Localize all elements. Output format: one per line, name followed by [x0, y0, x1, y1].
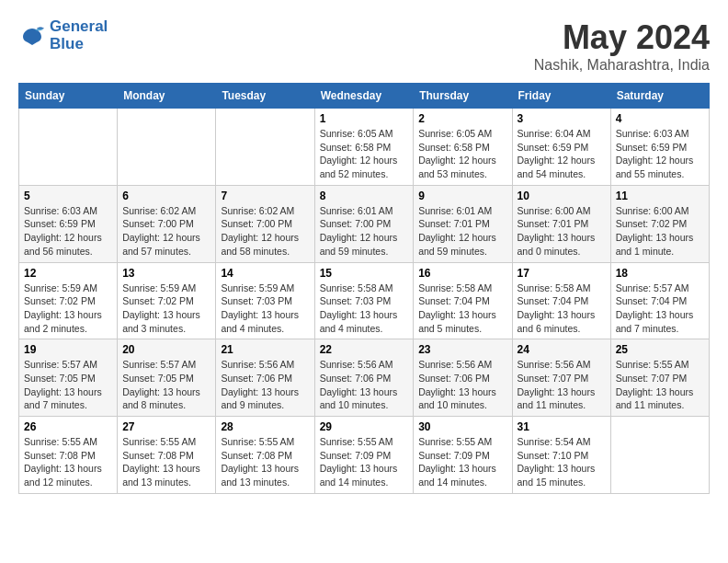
title-block: May 2024 Nashik, Maharashtra, India [534, 18, 710, 74]
day-number: 23 [418, 343, 506, 356]
day-number: 31 [518, 420, 606, 433]
calendar-cell [118, 109, 216, 186]
calendar-cell: 30Sunrise: 5:55 AMSunset: 7:09 PMDayligh… [414, 417, 512, 494]
day-number: 19 [24, 343, 112, 356]
calendar-cell: 7Sunrise: 6:02 AMSunset: 7:00 PMDaylight… [216, 185, 314, 262]
day-info: Sunrise: 6:03 AMSunset: 6:59 PMDaylight:… [24, 204, 112, 259]
day-info: Sunrise: 5:55 AMSunset: 7:08 PMDaylight:… [24, 435, 112, 489]
day-number: 15 [320, 267, 409, 280]
day-info: Sunrise: 6:03 AMSunset: 6:59 PMDaylight:… [616, 127, 704, 181]
calendar-cell: 21Sunrise: 5:56 AMSunset: 7:06 PMDayligh… [216, 339, 314, 417]
day-info: Sunrise: 5:55 AMSunset: 7:09 PMDaylight:… [320, 435, 409, 489]
day-info: Sunrise: 6:00 AMSunset: 7:01 PMDaylight:… [518, 204, 606, 259]
calendar-week-4: 19Sunrise: 5:57 AMSunset: 7:05 PMDayligh… [19, 339, 710, 417]
calendar-cell [610, 417, 709, 494]
day-number: 5 [24, 190, 112, 202]
day-header-monday: Monday [118, 84, 216, 109]
day-info: Sunrise: 5:58 AMSunset: 7:04 PMDaylight:… [518, 282, 606, 336]
month-title: May 2024 [534, 18, 710, 57]
day-number: 12 [24, 267, 112, 280]
day-number: 4 [616, 112, 704, 125]
day-info: Sunrise: 5:54 AMSunset: 7:10 PMDaylight:… [518, 435, 606, 489]
calendar-cell: 22Sunrise: 5:56 AMSunset: 7:06 PMDayligh… [314, 339, 414, 417]
calendar-cell: 19Sunrise: 5:57 AMSunset: 7:05 PMDayligh… [19, 339, 118, 417]
day-number: 2 [418, 112, 506, 125]
day-info: Sunrise: 5:55 AMSunset: 7:08 PMDaylight:… [122, 435, 210, 489]
day-number: 20 [122, 343, 210, 356]
day-number: 14 [221, 267, 309, 280]
calendar-cell: 5Sunrise: 6:03 AMSunset: 6:59 PMDaylight… [19, 185, 118, 262]
calendar-cell: 26Sunrise: 5:55 AMSunset: 7:08 PMDayligh… [19, 417, 118, 494]
day-info: Sunrise: 5:55 AMSunset: 7:08 PMDaylight:… [221, 435, 309, 489]
day-number: 7 [221, 190, 309, 202]
calendar-cell: 2Sunrise: 6:05 AMSunset: 6:58 PMDaylight… [414, 109, 512, 186]
day-header-saturday: Saturday [610, 84, 709, 109]
calendar-cell: 25Sunrise: 5:55 AMSunset: 7:07 PMDayligh… [610, 339, 709, 417]
day-number: 1 [320, 112, 409, 125]
day-info: Sunrise: 6:02 AMSunset: 7:00 PMDaylight:… [122, 204, 210, 259]
day-info: Sunrise: 5:57 AMSunset: 7:05 PMDaylight:… [24, 358, 112, 412]
calendar-cell: 16Sunrise: 5:58 AMSunset: 7:04 PMDayligh… [414, 262, 512, 339]
calendar-cell [19, 109, 118, 186]
day-header-friday: Friday [512, 84, 610, 109]
calendar-cell: 28Sunrise: 5:55 AMSunset: 7:08 PMDayligh… [216, 417, 314, 494]
day-number: 28 [221, 420, 309, 433]
calendar-cell: 12Sunrise: 5:59 AMSunset: 7:02 PMDayligh… [19, 262, 118, 339]
day-header-wednesday: Wednesday [314, 84, 414, 109]
calendar-cell: 31Sunrise: 5:54 AMSunset: 7:10 PMDayligh… [512, 417, 610, 494]
day-number: 27 [122, 420, 210, 433]
calendar-header-row: SundayMondayTuesdayWednesdayThursdayFrid… [19, 84, 710, 109]
day-info: Sunrise: 6:05 AMSunset: 6:58 PMDaylight:… [418, 127, 506, 181]
day-info: Sunrise: 5:58 AMSunset: 7:03 PMDaylight:… [320, 282, 409, 336]
logo-text: General Blue [50, 18, 108, 52]
day-info: Sunrise: 5:59 AMSunset: 7:02 PMDaylight:… [24, 282, 112, 336]
day-number: 9 [418, 190, 506, 202]
calendar-cell: 6Sunrise: 6:02 AMSunset: 7:00 PMDaylight… [118, 185, 216, 262]
day-number: 26 [24, 420, 112, 433]
day-info: Sunrise: 5:56 AMSunset: 7:06 PMDaylight:… [320, 358, 409, 412]
day-info: Sunrise: 6:01 AMSunset: 7:00 PMDaylight:… [320, 204, 409, 259]
day-number: 16 [418, 267, 506, 280]
day-info: Sunrise: 5:56 AMSunset: 7:07 PMDaylight:… [518, 358, 606, 412]
calendar-cell: 20Sunrise: 5:57 AMSunset: 7:05 PMDayligh… [118, 339, 216, 417]
calendar-table: SundayMondayTuesdayWednesdayThursdayFrid… [18, 83, 710, 494]
calendar-cell: 4Sunrise: 6:03 AMSunset: 6:59 PMDaylight… [610, 109, 709, 186]
day-header-sunday: Sunday [19, 84, 118, 109]
day-number: 18 [616, 267, 704, 280]
day-info: Sunrise: 5:56 AMSunset: 7:06 PMDaylight:… [418, 358, 506, 412]
day-header-tuesday: Tuesday [216, 84, 314, 109]
day-info: Sunrise: 6:01 AMSunset: 7:01 PMDaylight:… [418, 204, 506, 259]
calendar-cell: 15Sunrise: 5:58 AMSunset: 7:03 PMDayligh… [314, 262, 414, 339]
day-info: Sunrise: 5:57 AMSunset: 7:04 PMDaylight:… [616, 282, 704, 336]
day-number: 25 [616, 343, 704, 356]
calendar-week-3: 12Sunrise: 5:59 AMSunset: 7:02 PMDayligh… [19, 262, 710, 339]
day-info: Sunrise: 6:00 AMSunset: 7:02 PMDaylight:… [616, 204, 704, 259]
page-header: General Blue May 2024 Nashik, Maharashtr… [18, 18, 710, 74]
logo-icon [18, 25, 46, 47]
day-number: 6 [122, 190, 210, 202]
day-number: 3 [518, 112, 606, 125]
day-number: 30 [418, 420, 506, 433]
day-header-thursday: Thursday [414, 84, 512, 109]
day-info: Sunrise: 6:04 AMSunset: 6:59 PMDaylight:… [518, 127, 606, 181]
calendar-cell: 24Sunrise: 5:56 AMSunset: 7:07 PMDayligh… [512, 339, 610, 417]
day-number: 22 [320, 343, 409, 356]
day-info: Sunrise: 6:05 AMSunset: 6:58 PMDaylight:… [320, 127, 409, 181]
calendar-cell: 17Sunrise: 5:58 AMSunset: 7:04 PMDayligh… [512, 262, 610, 339]
calendar-cell: 10Sunrise: 6:00 AMSunset: 7:01 PMDayligh… [512, 185, 610, 262]
calendar-cell [216, 109, 314, 186]
day-number: 24 [518, 343, 606, 356]
calendar-cell: 18Sunrise: 5:57 AMSunset: 7:04 PMDayligh… [610, 262, 709, 339]
day-info: Sunrise: 5:57 AMSunset: 7:05 PMDaylight:… [122, 358, 210, 412]
day-info: Sunrise: 5:56 AMSunset: 7:06 PMDaylight:… [221, 358, 309, 412]
calendar-cell: 11Sunrise: 6:00 AMSunset: 7:02 PMDayligh… [610, 185, 709, 262]
day-info: Sunrise: 5:55 AMSunset: 7:07 PMDaylight:… [616, 358, 704, 412]
location-title: Nashik, Maharashtra, India [534, 57, 710, 74]
day-number: 13 [122, 267, 210, 280]
logo: General Blue [18, 18, 108, 52]
day-info: Sunrise: 5:59 AMSunset: 7:03 PMDaylight:… [221, 282, 309, 336]
day-number: 8 [320, 190, 409, 202]
calendar-cell: 1Sunrise: 6:05 AMSunset: 6:58 PMDaylight… [314, 109, 414, 186]
day-number: 29 [320, 420, 409, 433]
day-info: Sunrise: 5:58 AMSunset: 7:04 PMDaylight:… [418, 282, 506, 336]
